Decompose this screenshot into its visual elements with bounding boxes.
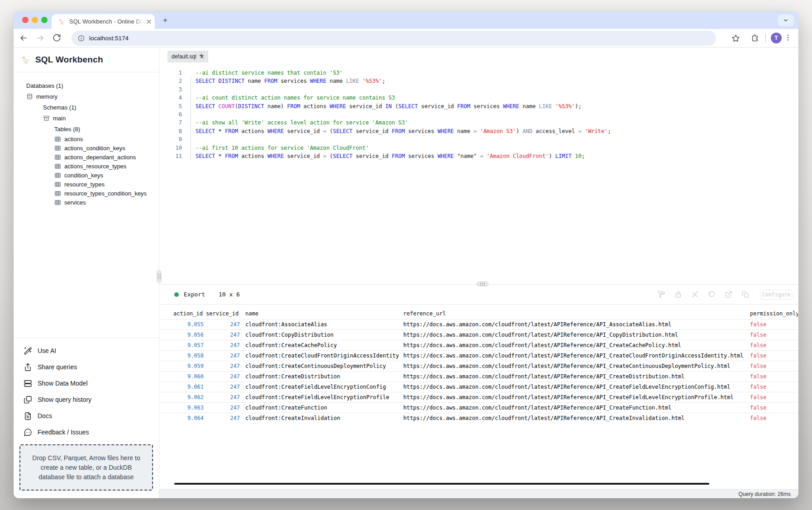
tree-table-actions_resource_types[interactable]: actions_resource_types	[14, 162, 159, 171]
column-header-permission_only[interactable]: permission_only	[750, 310, 798, 317]
cell: 9.061	[173, 384, 206, 390]
code-line-4: 4--ai count distinct action names for se…	[159, 94, 611, 102]
profile-avatar[interactable]: T	[771, 33, 782, 43]
extensions-icon[interactable]	[751, 34, 759, 43]
cell: 247	[206, 384, 245, 390]
bookmark-star-icon[interactable]	[731, 34, 740, 43]
code-line-6: 6	[159, 110, 611, 119]
cell: cloudfront:CopyDistribution	[245, 332, 403, 338]
export-button[interactable]: Export	[184, 291, 205, 298]
cell: false	[750, 353, 798, 359]
tree-database-memory[interactable]: memory	[14, 91, 159, 102]
column-header-reference_url[interactable]: reference_url	[403, 310, 750, 317]
magic-wand-icon[interactable]	[691, 291, 699, 298]
menu-label: Show query history	[38, 396, 91, 403]
browser-new-tab-button[interactable]: +	[161, 16, 169, 24]
browser-menu-icon[interactable]	[784, 33, 792, 42]
lock-icon[interactable]	[674, 291, 682, 298]
cell: cloudfront:AssociateAlias	[245, 321, 403, 328]
tree-schema-main[interactable]: main	[14, 113, 159, 124]
menu-label: Share queries	[38, 363, 77, 371]
table-row[interactable]: 9.059247cloudfront:CreateContinuousDeplo…	[159, 361, 798, 371]
database-icon	[26, 93, 33, 100]
sidebar-spacer	[14, 207, 159, 338]
column-header-action_id[interactable]: action_id	[173, 310, 206, 317]
external-link-icon[interactable]	[725, 291, 732, 298]
column-header-name[interactable]: name	[245, 310, 403, 317]
minimize-window-button[interactable]	[32, 17, 38, 23]
table-row[interactable]: 9.056247cloudfront:CopyDistributionhttps…	[159, 329, 798, 340]
cell: cloudfront:CreateCachePolicy	[245, 342, 403, 348]
share-icon	[24, 363, 32, 372]
table-row[interactable]: 9.061247cloudfront:CreateFieldLevelEncry…	[159, 381, 798, 392]
browser-tab-strip: SQL Workbench - Online Data +	[14, 11, 798, 29]
menu-label: Docs	[38, 412, 52, 419]
configure-button[interactable]: Configure	[760, 290, 793, 300]
paint-roller-icon[interactable]	[658, 291, 665, 298]
results-panel: Export 10 x 6 Configure action_idservice…	[159, 284, 798, 498]
back-button[interactable]	[19, 33, 28, 43]
tree-table-resource_types[interactable]: resource_types	[14, 180, 159, 189]
close-window-button[interactable]	[22, 17, 29, 23]
cell: cloudfront:CreateContinuousDeploymentPol…	[245, 363, 403, 369]
tree-schemas-label: Schemas (1)	[14, 102, 159, 113]
tree-table-services[interactable]: services	[14, 198, 159, 207]
sql-workbench-app: SQL Workbench Databases (1) memory Schem…	[14, 48, 798, 498]
site-info-icon[interactable]	[78, 35, 85, 42]
dropzone-text: Drop CSV, Parquet, Arrow files here to c…	[29, 453, 143, 482]
file-dropzone[interactable]: Drop CSV, Parquet, Arrow files here to c…	[19, 444, 153, 491]
code-line-3: 3	[159, 86, 611, 94]
column-header-service_id[interactable]: service_id	[206, 310, 245, 317]
forward-button[interactable]	[36, 33, 45, 43]
table-row[interactable]: 9.055247cloudfront:AssociateAliashttps:/…	[159, 319, 798, 329]
cell: 247	[206, 373, 245, 380]
menu-use-ai[interactable]: Use AI	[14, 343, 159, 359]
menu-docs[interactable]: Docs	[14, 408, 159, 424]
tree-table-condition_keys[interactable]: condition_keys	[14, 171, 159, 180]
tree-table-resource_types_condition_keys[interactable]: resource_types_condition_keys	[14, 189, 159, 198]
table-row[interactable]: 9.060247cloudfront:CreateDistributionhtt…	[159, 371, 798, 381]
code-line-2: 2SELECT DISTINCT name FROM services WHER…	[159, 77, 611, 85]
table-header-row: action_idservice_idnamereference_urlperm…	[159, 308, 798, 319]
menu-show-data-model[interactable]: Show Data Model	[14, 375, 159, 391]
app-title: SQL Workbench	[35, 55, 103, 65]
tree-table-actions[interactable]: actions	[14, 134, 159, 143]
browser-tab[interactable]: SQL Workbench - Online Data	[52, 14, 155, 29]
tab-search-chevron-button[interactable]	[778, 14, 794, 26]
wand-icon	[24, 347, 32, 355]
maximize-window-button[interactable]	[41, 17, 48, 23]
docs-icon	[24, 412, 32, 420]
table-name: actions_dependant_actions	[64, 154, 136, 161]
tab-close-icon[interactable]	[147, 19, 151, 24]
tree-table-actions_condition_keys[interactable]: actions_condition_keys	[14, 143, 159, 153]
results-resize-handle[interactable]	[477, 281, 488, 286]
app-header: SQL Workbench	[14, 48, 159, 72]
sidebar-resize-handle[interactable]	[157, 270, 162, 283]
tree-table-actions_dependant_actions[interactable]: actions_dependant_actions	[14, 153, 159, 162]
table-row[interactable]: 9.063247cloudfront:CreateFunctionhttps:/…	[159, 402, 798, 413]
editor-new-tab-button[interactable]: +	[199, 52, 203, 60]
table-row[interactable]: 9.057247cloudfront:CreateCachePolicyhttp…	[159, 340, 798, 350]
menu-share-queries[interactable]: Share queries	[14, 359, 159, 375]
line-number: 8	[159, 127, 182, 135]
address-bar[interactable]: localhost:5174	[72, 31, 716, 46]
line-number: 6	[159, 110, 182, 119]
sidebar: SQL Workbench Databases (1) memory Schem…	[14, 48, 159, 498]
table-row[interactable]: 9.064247cloudfront:CreateInvalidationhtt…	[159, 413, 798, 423]
table-row[interactable]: 9.058247cloudfront:CreateCloudFrontOrigi…	[159, 350, 798, 361]
result-dimensions: 10 x 6	[219, 291, 240, 298]
line-number: 4	[159, 94, 182, 102]
horizontal-scrollbar[interactable]	[174, 483, 709, 485]
menu-show-query-history[interactable]: Show query history	[14, 391, 159, 408]
reload-button[interactable]	[53, 33, 62, 43]
copy-icon[interactable]	[741, 291, 749, 298]
sql-editor[interactable]: 1--ai distinct service names that contai…	[159, 62, 798, 284]
menu-feedback-issues[interactable]: Feedback / Issues	[14, 424, 159, 440]
cell: false	[750, 342, 798, 348]
cell: https://docs.aws.amazon.com/cloudfront/l…	[403, 332, 750, 338]
rotate-ccw-icon[interactable]	[708, 291, 716, 298]
code-line-7: 7--ai show all 'Write' access level acti…	[159, 119, 611, 127]
table-row[interactable]: 9.062247cloudfront:CreateFieldLevelEncry…	[159, 392, 798, 402]
cell: https://docs.aws.amazon.com/cloudfront/l…	[403, 415, 750, 421]
cell: https://docs.aws.amazon.com/cloudfront/l…	[403, 342, 750, 348]
